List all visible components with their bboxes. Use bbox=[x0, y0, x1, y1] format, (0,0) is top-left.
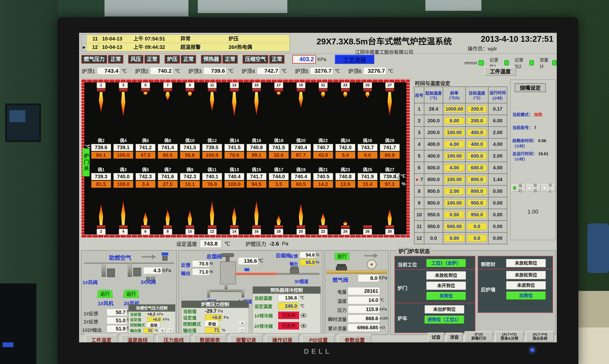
schedule-segment-cell: 1 bbox=[414, 103, 424, 115]
door-label: 炉门 bbox=[397, 284, 407, 291]
workpiece-temp-button[interactable]: 工件温度 bbox=[484, 67, 516, 76]
nav-tab[interactable]: 压力曲线 bbox=[157, 335, 190, 342]
chamber-minus-button[interactable]: − bbox=[239, 328, 246, 332]
thermocouple-output-pct: 99.1 bbox=[247, 152, 266, 159]
alarm-row[interactable]: 1110-04-13上午 07:54:51异常炉压 bbox=[81, 35, 290, 43]
alarm-row[interactable]: ▶1210-04-13上午 09:44:32超温报警26#热电偶 bbox=[81, 43, 290, 51]
air-output-plus-button[interactable]: + bbox=[159, 328, 166, 333]
nav-tab[interactable]: 工件温度 bbox=[85, 335, 118, 342]
schedule-target-value[interactable]: 0.0 bbox=[467, 235, 487, 242]
operator-label: 操作员：wjdr bbox=[468, 45, 497, 52]
thermocouple-label: 偶16 bbox=[252, 137, 261, 143]
burner-number: 17 bbox=[274, 82, 283, 88]
schedule-target-value[interactable]: 600.0 bbox=[467, 153, 487, 159]
schedule-target-value[interactable]: 200.0 bbox=[467, 117, 487, 124]
schedule-target-value[interactable]: 800.0 bbox=[467, 188, 487, 195]
status-badge: 燃气压力正常 bbox=[81, 55, 123, 64]
schedule-slope-value[interactable]: 100.00 bbox=[444, 153, 464, 159]
schedule-target-value[interactable]: 400.0 bbox=[467, 129, 487, 136]
schedule-target-value[interactable]: 950.0 bbox=[467, 199, 487, 207]
chamber-output-value[interactable]: 71 bbox=[205, 327, 220, 333]
system-button[interactable]: [ALT+F4]退出系统 bbox=[526, 331, 554, 342]
green-led-icon bbox=[478, 60, 484, 65]
precool-valve1-label: 1#排冷阀 bbox=[254, 312, 277, 319]
burner-settings-button[interactable]: 烧嘴设定 bbox=[515, 83, 546, 92]
schedule-slope-value[interactable]: 2.00 bbox=[444, 188, 464, 195]
run-button[interactable]: 运行 bbox=[512, 184, 525, 192]
system-button[interactable]: [F10]屏幕打印 bbox=[464, 331, 493, 342]
nav-tab[interactable]: PID设置 bbox=[302, 335, 335, 342]
burner-number: 5 bbox=[141, 82, 150, 88]
rear-output-label: 输出 bbox=[290, 260, 298, 266]
green-led-icon bbox=[529, 60, 534, 65]
burner-column: 26 bbox=[356, 199, 379, 234]
schedule-slope-value[interactable]: 4.00 bbox=[444, 164, 464, 171]
pause-button[interactable]: 暂停 bbox=[527, 184, 540, 192]
burner-number: 19 bbox=[296, 82, 305, 88]
nav-tab[interactable]: 温度曲线 bbox=[121, 335, 154, 342]
flame-icon bbox=[254, 201, 259, 225]
thermocouple-label: 偶20 bbox=[296, 137, 306, 143]
nav-tab[interactable]: 参数设置 bbox=[338, 335, 371, 342]
precool-valve1-eye-icon[interactable] bbox=[301, 313, 306, 318]
thermocouple-readout: 偶28741.760.9 bbox=[379, 137, 401, 159]
schedule-target-value[interactable]: 950.0 bbox=[467, 211, 487, 218]
fan1-run-status: 运行 bbox=[98, 290, 112, 298]
schedule-target-value[interactable]: 200.0 bbox=[467, 105, 487, 112]
stop-button[interactable]: 停止 bbox=[542, 184, 555, 192]
precool-set-value[interactable]: 245.0 bbox=[278, 303, 298, 309]
system-button[interactable]: [ALT+F2]登录&注销 bbox=[495, 331, 524, 342]
system-button[interactable]: 试音 bbox=[428, 333, 444, 342]
schedule-slope-value[interactable]: 1000.00 bbox=[444, 105, 464, 112]
nav-tab[interactable]: 操作记录 bbox=[266, 335, 299, 342]
schedule-slope-value[interactable]: 100.00 bbox=[444, 176, 464, 183]
schedule-slope-value[interactable]: 500.00 bbox=[444, 223, 464, 230]
page-title: 29X7.3X8.5m台车式燃气炉控温系统 bbox=[290, 35, 478, 47]
chamber-set-value[interactable]: +0.0 bbox=[205, 314, 222, 321]
chamber-mode-button[interactable]: 手动 bbox=[205, 320, 219, 327]
schedule-segment-cell: 4 bbox=[414, 138, 424, 150]
chamber-pressure-label: 炉膛压力 bbox=[245, 240, 266, 247]
schedule-table: 段号起始温度(℃)斜率(℃/h)目标温度(℃)运行时间(小时)128.41000… bbox=[414, 87, 507, 244]
schedule-row: 2200.06.00200.06.00 bbox=[414, 115, 507, 127]
schedule-slope-cell: 100.00 bbox=[443, 127, 465, 138]
thermocouple-readout: 偶6741.247.5 bbox=[134, 137, 157, 159]
alarm-active-marker bbox=[81, 35, 87, 43]
schedule-slope-value[interactable]: 100.00 bbox=[444, 199, 464, 207]
air-output-value[interactable]: 52 bbox=[144, 328, 153, 333]
schedule-slope-value[interactable]: 0.50 bbox=[444, 211, 464, 218]
burner-number: 25 bbox=[363, 82, 372, 88]
precool-valve2-eye-icon[interactable] bbox=[301, 324, 306, 328]
fan1-pipe bbox=[102, 263, 106, 277]
schedule-slope-value[interactable]: 100.00 bbox=[444, 129, 464, 136]
burner-column: 24 bbox=[334, 199, 356, 234]
thermocouple-temp: 741.9 bbox=[358, 173, 377, 180]
system-buttons: 试音消音[F10]屏幕打印[ALT+F2]登录&注销[ALT+F4]退出系统 bbox=[428, 331, 554, 342]
system-button[interactable]: 消音 bbox=[446, 333, 462, 342]
schedule-slope-value[interactable]: 6.00 bbox=[444, 117, 464, 124]
schedule-target-value[interactable]: 800.0 bbox=[467, 176, 487, 183]
air-set-value[interactable]: +6.0 bbox=[147, 317, 161, 322]
nav-tab[interactable]: 报警记录 bbox=[229, 335, 263, 342]
schedule-slope-value[interactable]: 4.00 bbox=[444, 141, 464, 148]
schedule-start-temp: 400.0 bbox=[424, 150, 443, 162]
schedule-target-value[interactable]: 400.0 bbox=[467, 141, 487, 148]
seal-status-group: 侧密封 未放松到位 后炉墙 未放松到位未进到位出到位 bbox=[478, 256, 553, 313]
process-flow-button[interactable]: 工艺流程 bbox=[335, 55, 374, 64]
burner-column: 13 bbox=[223, 82, 245, 117]
thermocouple-readout: 偶2739.684.1 bbox=[90, 137, 112, 159]
air-mode-button[interactable]: 自动 bbox=[147, 322, 160, 328]
air-output-minus-button[interactable]: − bbox=[167, 328, 174, 333]
rear-output-value[interactable]: 95.0 bbox=[300, 259, 316, 266]
thermocouple-output-pct: 13.9 bbox=[335, 181, 355, 188]
alarm-date: 10-04-13 bbox=[99, 43, 133, 51]
chamber-plus-button[interactable]: + bbox=[239, 321, 246, 325]
schedule-slope-value[interactable]: 0.00 bbox=[444, 235, 464, 242]
thermocouple-readout: 偶13740.4100.0 bbox=[223, 166, 245, 188]
nav-tab[interactable]: 数据报表 bbox=[193, 335, 226, 342]
thermocouple-temp: 744.0 bbox=[269, 173, 289, 180]
schedule-target-value[interactable]: 600.0 bbox=[467, 164, 487, 171]
schedule-target-value[interactable]: 0.0 bbox=[467, 223, 487, 230]
status-badge-name: 燃气压力 bbox=[81, 55, 107, 64]
schedule-start-temp: 600.0 bbox=[424, 174, 443, 185]
